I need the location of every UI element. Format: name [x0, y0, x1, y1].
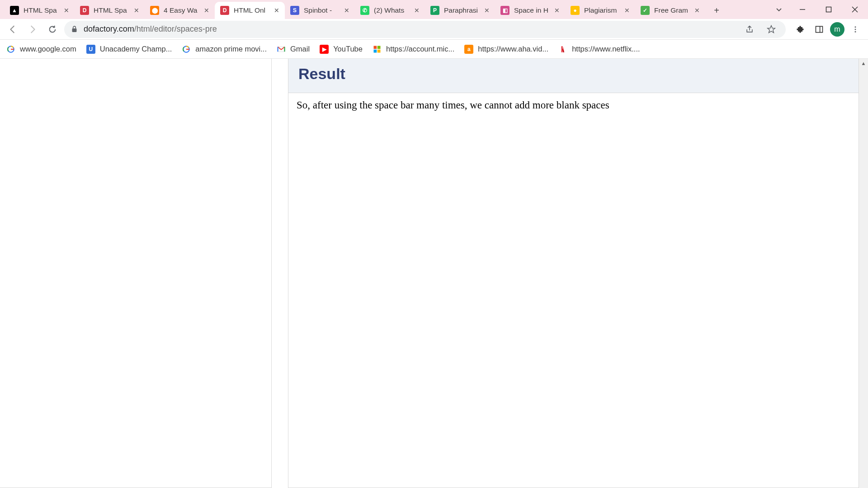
bookmark-label: www.google.com — [20, 45, 76, 53]
share-icon[interactable] — [741, 21, 758, 38]
close-window-button[interactable] — [842, 0, 868, 19]
forward-button[interactable] — [24, 21, 41, 38]
bookmark-label: https://account.mic... — [386, 45, 454, 53]
bookmark-favicon — [182, 45, 191, 54]
bookmark-item[interactable]: ▶YouTube — [320, 45, 363, 54]
tab-favicon: D — [80, 6, 89, 15]
svg-rect-17 — [373, 49, 377, 52]
svg-point-7 — [855, 26, 856, 28]
browser-tab[interactable]: PParaphrasi✕ — [425, 2, 495, 19]
tab-title: 4 Easy Wa — [164, 6, 200, 14]
url-text: dofactory.com/html/editor/spaces-pre — [84, 24, 736, 34]
bookmark-item[interactable]: amazon prime movi... — [182, 45, 267, 54]
bookmark-star-icon[interactable] — [763, 21, 779, 38]
reload-button[interactable] — [44, 21, 61, 38]
tab-close-icon[interactable]: ✕ — [693, 7, 701, 14]
svg-rect-16 — [377, 46, 381, 49]
bookmark-item[interactable]: https://www.netflix.... — [558, 45, 640, 54]
bookmark-label: Gmail — [290, 45, 310, 53]
back-button[interactable] — [5, 21, 21, 38]
browser-tab[interactable]: ●Plagiarism✕ — [565, 2, 635, 19]
result-output: So, after using the space bar many times… — [288, 93, 859, 117]
tab-close-icon[interactable]: ✕ — [203, 7, 210, 14]
bookmark-item[interactable]: www.google.com — [6, 45, 76, 54]
tab-favicon: ⬤ — [150, 6, 159, 15]
browser-tab[interactable]: ✆(2) Whats✕ — [355, 2, 425, 19]
bookmark-label: Unacademy Champ... — [100, 45, 172, 53]
bookmark-label: YouTube — [333, 45, 363, 53]
browser-tab[interactable]: ✓Free Gram✕ — [635, 2, 705, 19]
tab-close-icon[interactable]: ✕ — [623, 7, 631, 14]
browser-tab[interactable]: SSpinbot -✕ — [285, 2, 355, 19]
svg-point-8 — [855, 28, 856, 30]
tab-search-button[interactable] — [769, 0, 789, 19]
tab-title: Free Gram — [654, 6, 691, 14]
browser-tab[interactable]: DHTML Spa✕ — [75, 2, 145, 19]
browser-titlebar: ▲HTML Spa✕DHTML Spa✕⬤4 Easy Wa✕DHTML Onl… — [0, 0, 868, 19]
bookmark-item[interactable]: ahttps://www.aha.vid... — [464, 45, 548, 54]
svg-point-9 — [855, 31, 856, 32]
toolbar-right: m — [792, 21, 863, 38]
tab-title: Paraphrasi — [444, 6, 481, 14]
tab-favicon: ✆ — [360, 6, 369, 15]
browser-tab[interactable]: ▲HTML Spa✕ — [5, 2, 75, 19]
page-content: nt. , we cannot add more blank spaces </… — [0, 59, 868, 488]
menu-icon[interactable] — [847, 21, 863, 38]
new-tab-button[interactable]: + — [709, 3, 724, 18]
tab-close-icon[interactable]: ✕ — [343, 7, 350, 14]
tab-title: Plagiarism — [584, 6, 621, 14]
window-controls — [769, 0, 868, 19]
tab-title: HTML Onl — [234, 6, 270, 14]
tab-title: (2) Whats — [374, 6, 410, 14]
maximize-button[interactable] — [816, 0, 842, 19]
tab-favicon: ◧ — [500, 6, 509, 15]
profile-avatar[interactable]: m — [830, 22, 844, 37]
tab-title: HTML Spa — [24, 6, 60, 14]
browser-tab[interactable]: ◧Space in H✕ — [495, 2, 565, 19]
bookmark-item[interactable]: https://account.mic... — [373, 45, 454, 54]
bookmark-label: https://www.netflix.... — [572, 45, 640, 53]
scroll-up-arrow[interactable]: ▲ — [859, 59, 868, 68]
tab-close-icon[interactable]: ✕ — [63, 7, 70, 14]
svg-rect-15 — [373, 46, 377, 49]
code-line: nt. — [0, 103, 267, 114]
tab-close-icon[interactable]: ✕ — [553, 7, 561, 14]
tab-close-icon[interactable]: ✕ — [413, 7, 420, 14]
code-line: , we cannot add more blank spaces </p> — [0, 149, 267, 160]
extensions-icon[interactable] — [792, 21, 808, 38]
result-pane: Result So, after using the space bar man… — [288, 59, 859, 488]
tab-close-icon[interactable]: ✕ — [273, 7, 280, 14]
tab-close-icon[interactable]: ✕ — [133, 7, 140, 14]
vertical-scrollbar[interactable]: ▲ — [859, 59, 868, 488]
tab-favicon: ● — [571, 6, 580, 15]
bookmark-favicon — [6, 45, 15, 54]
tab-title: Spinbot - — [304, 6, 340, 14]
tab-favicon: P — [430, 6, 439, 15]
minimize-button[interactable] — [789, 0, 816, 19]
browser-toolbar: dofactory.com/html/editor/spaces-pre m — [0, 19, 868, 40]
bookmark-item[interactable]: Gmail — [277, 45, 310, 54]
tab-title: HTML Spa — [94, 6, 130, 14]
bookmark-favicon — [373, 45, 382, 54]
bookmark-item[interactable]: UUnacademy Champ... — [86, 45, 172, 54]
address-bar[interactable]: dofactory.com/html/editor/spaces-pre — [64, 21, 786, 38]
tab-title: Space in H — [514, 6, 551, 14]
tabstrip: ▲HTML Spa✕DHTML Spa✕⬤4 Easy Wa✕DHTML Onl… — [5, 0, 705, 19]
bookmark-favicon — [277, 45, 286, 54]
code-editor-pane[interactable]: nt. , we cannot add more blank spaces </… — [0, 59, 272, 488]
bookmarks-bar: www.google.comUUnacademy Champ...amazon … — [0, 40, 868, 59]
browser-tab[interactable]: ⬤4 Easy Wa✕ — [145, 2, 215, 19]
svg-rect-5 — [816, 26, 823, 32]
bookmark-favicon: ▶ — [320, 45, 329, 54]
svg-rect-18 — [377, 49, 381, 52]
bookmark-favicon — [558, 45, 567, 54]
browser-tab[interactable]: DHTML Onl✕ — [215, 2, 285, 19]
bookmark-favicon: U — [86, 45, 95, 54]
bookmark-label: https://www.aha.vid... — [478, 45, 548, 53]
sidepanel-icon[interactable] — [811, 21, 827, 38]
bookmark-label: amazon prime movi... — [195, 45, 267, 53]
tab-favicon: ✓ — [641, 6, 650, 15]
svg-rect-4 — [72, 28, 77, 32]
tab-close-icon[interactable]: ✕ — [483, 7, 491, 14]
result-header: Result — [288, 59, 859, 93]
